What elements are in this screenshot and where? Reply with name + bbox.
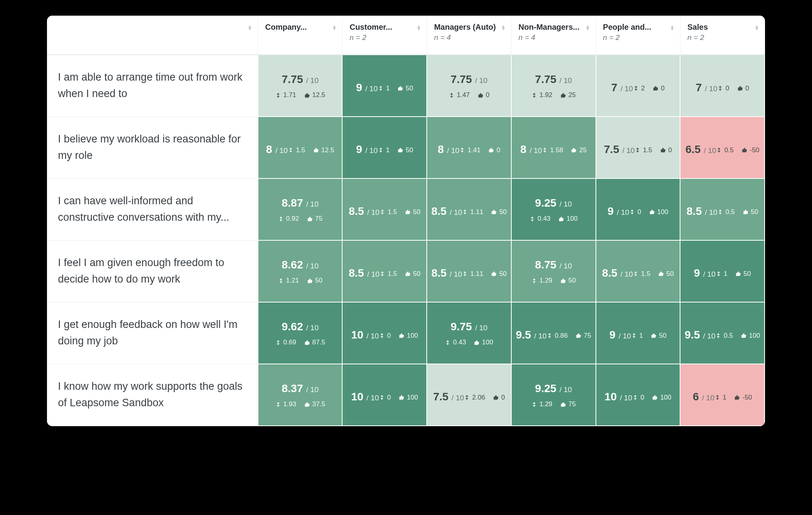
heatmap-cell[interactable]: 8.75/ 101.2950 xyxy=(511,240,596,302)
spread-icon xyxy=(462,209,468,215)
heatmap-cell[interactable]: 7.75/ 101.7112.5 xyxy=(258,55,343,117)
spread-icon xyxy=(459,147,465,153)
cell-metrics: 1.470 xyxy=(449,91,490,99)
thumbs-up-icon xyxy=(304,340,310,346)
spread-metric: 0.5 xyxy=(716,146,734,154)
column-n: n = 4 xyxy=(518,33,590,42)
thumbs-metric: 50 xyxy=(405,208,420,216)
heatmap-cell[interactable]: 9.5/ 100.8675 xyxy=(511,302,596,364)
sort-icon[interactable]: ▲▼ xyxy=(754,25,759,31)
thumbs-metric: 50 xyxy=(491,270,507,278)
heatmap-cell[interactable]: 8.5/ 101.550 xyxy=(596,240,680,302)
sort-icon[interactable]: ▲▼ xyxy=(332,25,337,31)
cell-metrics: 2.060 xyxy=(464,394,505,402)
cell-metrics: 00 xyxy=(717,85,749,92)
cell-score: 10/ 10 xyxy=(351,329,379,341)
heatmap-cell[interactable]: 6.5/ 100.5-50 xyxy=(680,117,765,178)
cell-score: 9/ 10 xyxy=(608,205,629,218)
column-header-question[interactable]: ▲▼ xyxy=(47,16,258,55)
heatmap-cell[interactable]: 8/ 101.5825 xyxy=(511,117,596,178)
thumbs-metric: 100 xyxy=(652,394,671,402)
cell-metrics: 1-50 xyxy=(715,394,752,402)
heatmap-cell[interactable]: 8.62/ 101.2150 xyxy=(258,240,343,302)
cell-score: 8.5/ 10 xyxy=(349,205,380,218)
cell-score: 6/ 10 xyxy=(693,391,714,403)
sort-icon[interactable]: ▲▼ xyxy=(501,25,505,31)
heatmap-table: ▲▼Company...▲▼Customer...▲▼n = 2Managers… xyxy=(47,16,765,426)
column-header[interactable]: People and...▲▼n = 2 xyxy=(596,16,680,55)
column-header[interactable]: Customer...▲▼n = 2 xyxy=(342,16,427,55)
heatmap-cell[interactable]: 8.5/ 101.1150 xyxy=(427,178,511,240)
spread-metric: 1.58 xyxy=(542,146,563,154)
sort-icon[interactable]: ▲▼ xyxy=(247,25,252,31)
spread-icon xyxy=(717,209,723,215)
column-header[interactable]: Non-Managers...▲▼n = 4 xyxy=(511,16,596,55)
row-label: I feel I am given enough freedom to deci… xyxy=(47,240,258,302)
thumbs-up-icon xyxy=(399,333,404,339)
thumbs-up-icon xyxy=(405,209,411,215)
thumbs-up-icon xyxy=(571,147,577,153)
heatmap-cell[interactable]: 7.75/ 101.9225 xyxy=(511,55,596,117)
thumbs-metric: 0 xyxy=(660,146,672,154)
thumbs-metric: 50 xyxy=(491,208,507,216)
spread-metric: 0.92 xyxy=(278,215,299,223)
spread-metric: 0 xyxy=(379,332,391,340)
heatmap-cell[interactable]: 7.5/ 102.060 xyxy=(427,364,511,426)
thumbs-metric: 25 xyxy=(571,146,586,154)
heatmap-cell[interactable]: 9/ 100100 xyxy=(596,178,680,240)
heatmap-cell[interactable]: 8.5/ 101.1150 xyxy=(427,240,511,302)
sort-icon[interactable]: ▲▼ xyxy=(670,25,675,31)
heatmap-cell[interactable]: 9/ 10150 xyxy=(596,302,680,364)
cell-score: 8.5/ 10 xyxy=(687,205,718,218)
heatmap-cell[interactable]: 8.5/ 101.550 xyxy=(342,240,427,302)
spread-icon xyxy=(378,147,384,153)
heatmap-cell[interactable]: 7/ 1000 xyxy=(680,55,765,117)
thumbs-metric: 0 xyxy=(653,85,664,92)
heatmap-cell[interactable]: 9.5/ 100.5100 xyxy=(680,302,765,364)
spread-icon xyxy=(717,85,723,91)
heatmap-cell[interactable]: 10/ 100100 xyxy=(342,364,427,426)
heatmap-cell[interactable]: 7.75/ 101.470 xyxy=(427,55,511,117)
heatmap-cell[interactable]: 9.75/ 100.43100 xyxy=(427,302,511,364)
heatmap-cell[interactable]: 7/ 1020 xyxy=(596,55,680,117)
heatmap-cell[interactable]: 8/ 101.512.5 xyxy=(258,117,343,178)
heatmap-cell[interactable]: 8.37/ 101.9337.5 xyxy=(258,364,343,426)
heatmap-cell[interactable]: 9/ 10150 xyxy=(680,240,765,302)
column-header[interactable]: Sales▲▼n = 2 xyxy=(680,16,765,55)
heatmap-cell[interactable]: 6/ 101-50 xyxy=(680,364,765,426)
thumbs-up-icon xyxy=(558,216,564,222)
thumbs-metric: 0 xyxy=(488,146,500,154)
heatmap-cell[interactable]: 10/ 100100 xyxy=(596,364,680,426)
column-header[interactable]: Managers (Auto)▲▼n = 4 xyxy=(427,16,511,55)
column-label: People and... xyxy=(603,23,651,32)
spread-icon xyxy=(462,271,468,277)
spread-icon xyxy=(716,271,722,277)
cell-score: 9/ 10 xyxy=(356,143,377,156)
heatmap-cell[interactable]: 9/ 10150 xyxy=(342,55,427,117)
cell-score: 6.5/ 10 xyxy=(686,143,716,156)
heatmap-cell[interactable]: 10/ 100100 xyxy=(342,302,427,364)
spread-metric: 0.5 xyxy=(717,208,735,216)
spread-metric: 0 xyxy=(379,394,391,402)
heatmap-cell[interactable]: 8.5/ 100.550 xyxy=(680,178,765,240)
heatmap-cell[interactable]: 9/ 10150 xyxy=(342,117,427,178)
row-label: I believe my workload is reasonable for … xyxy=(47,117,258,178)
sort-icon[interactable]: ▲▼ xyxy=(585,25,590,31)
heatmap-cell[interactable]: 7.5/ 101.50 xyxy=(596,117,680,178)
heatmap-cell[interactable]: 9.25/ 101.2975 xyxy=(511,364,596,426)
sort-icon[interactable]: ▲▼ xyxy=(417,25,421,31)
thumbs-up-icon xyxy=(474,340,480,346)
heatmap-cell[interactable]: 8/ 101.410 xyxy=(427,117,511,178)
heatmap-cell[interactable]: 8.5/ 101.550 xyxy=(342,178,427,240)
spread-icon xyxy=(633,271,639,277)
cell-metrics: 1.410 xyxy=(459,146,500,154)
cell-score: 7.5/ 10 xyxy=(433,391,464,403)
heatmap-cell[interactable]: 8.87/ 100.9275 xyxy=(258,178,343,240)
thumbs-metric: 0 xyxy=(478,91,489,99)
thumbs-up-icon xyxy=(658,271,664,277)
heatmap-cell[interactable]: 9.62/ 100.6987.5 xyxy=(258,302,343,364)
cell-metrics: 1.9337.5 xyxy=(275,400,325,408)
column-header[interactable]: Company...▲▼ xyxy=(258,16,343,55)
thumbs-metric: 50 xyxy=(397,85,413,92)
heatmap-cell[interactable]: 9.25/ 100.43100 xyxy=(511,178,596,240)
